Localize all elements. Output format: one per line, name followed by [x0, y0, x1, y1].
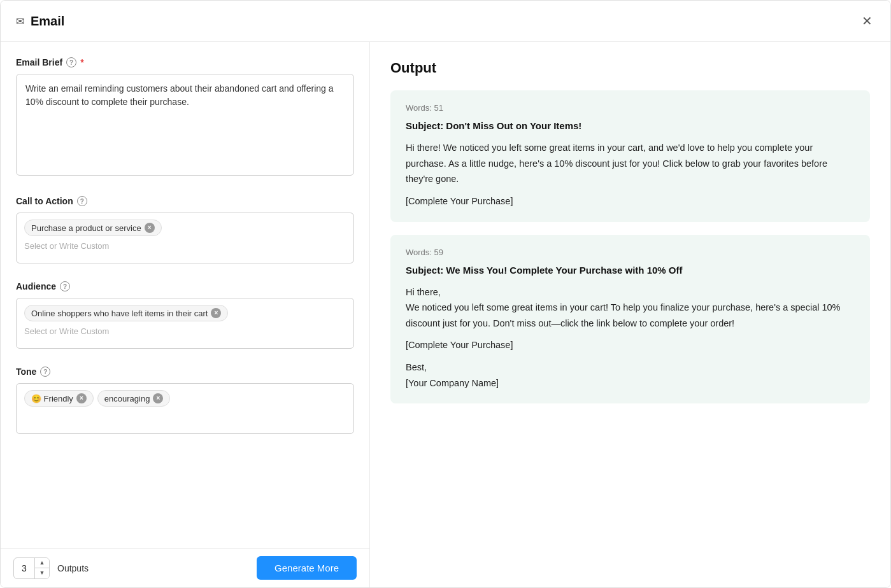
audience-help-icon[interactable]: ? [60, 281, 70, 291]
tag-audience-remove[interactable]: × [211, 308, 221, 318]
output-card-1-subject: Subject: Don't Miss Out on Your Items! [406, 120, 855, 131]
tone-label: Tone ? [16, 367, 354, 377]
output-card-2-words: Words: 59 [406, 248, 855, 257]
outputs-value: 3 [14, 559, 34, 577]
tone-tags: 😊 Friendly × encouraging × [24, 390, 346, 407]
email-brief-label: Email Brief ? * [16, 57, 354, 67]
stepper-buttons: ▲ ▼ [34, 558, 49, 578]
output-card-2-content: Hi there,We noticed you left some great … [406, 284, 855, 391]
tone-section: Tone ? 😊 Friendly × encouraging × [16, 367, 354, 434]
tag-encouraging-label: encouraging [104, 394, 150, 403]
call-to-action-section: Call to Action ? Purchase a product or s… [16, 196, 354, 263]
output-card-1-words: Words: 51 [406, 103, 855, 113]
modal-title: Email [31, 14, 859, 29]
output-card-1: Words: 51 Subject: Don't Miss Out on You… [390, 90, 870, 222]
audience-placeholder: Select or Write Custom [24, 326, 346, 336]
output-card-2-para-2: [Complete Your Purchase] [406, 337, 855, 353]
modal-body: Email Brief ? * Write an email reminding… [1, 42, 890, 587]
call-to-action-help-icon[interactable]: ? [77, 196, 87, 206]
audience-section: Audience ? Online shoppers who have left… [16, 281, 354, 349]
email-icon: ✉ [16, 15, 24, 27]
tag-friendly: 😊 Friendly × [24, 390, 94, 407]
stepper-up-button[interactable]: ▲ [35, 558, 49, 568]
tag-purchase: Purchase a product or service × [24, 220, 162, 236]
output-card-1-content: Hi there! We noticed you left some great… [406, 140, 855, 209]
tag-encouraging: encouraging × [97, 390, 171, 407]
output-title: Output [390, 60, 870, 76]
tag-purchase-label: Purchase a product or service [31, 223, 141, 233]
output-card-1-para-1: Hi there! We noticed you left some great… [406, 140, 855, 187]
call-to-action-tags: Purchase a product or service × [24, 220, 346, 236]
left-panel-content: Email Brief ? * Write an email reminding… [1, 42, 369, 548]
tone-input[interactable]: 😊 Friendly × encouraging × [16, 383, 354, 434]
call-to-action-label: Call to Action ? [16, 196, 354, 206]
call-to-action-input[interactable]: Purchase a product or service × Select o… [16, 213, 354, 263]
email-brief-textarea[interactable]: Write an email reminding customers about… [16, 74, 354, 176]
right-panel: Output Words: 51 Subject: Don't Miss Out… [370, 42, 890, 587]
output-card-1-para-2: [Complete Your Purchase] [406, 193, 855, 209]
email-modal: ✉ Email ✕ Email Brief ? * Write an email… [0, 0, 891, 588]
output-card-2-para-1: Hi there,We noticed you left some great … [406, 284, 855, 332]
outputs-label: Outputs [57, 563, 89, 573]
modal-header: ✉ Email ✕ [1, 1, 890, 42]
bottom-bar: 3 ▲ ▼ Outputs Generate More [1, 548, 369, 587]
audience-label: Audience ? [16, 281, 354, 291]
close-button[interactable]: ✕ [859, 12, 875, 30]
tone-help-icon[interactable]: ? [40, 367, 50, 377]
tag-audience: Online shoppers who have left items in t… [24, 305, 228, 321]
audience-input[interactable]: Online shoppers who have left items in t… [16, 298, 354, 349]
tag-purchase-remove[interactable]: × [145, 223, 155, 233]
email-brief-help-icon[interactable]: ? [66, 57, 76, 67]
tag-friendly-label: 😊 Friendly [31, 394, 73, 403]
stepper-down-button[interactable]: ▼ [35, 568, 49, 578]
output-card-2-para-3: Best,[Your Company Name] [406, 360, 855, 391]
tag-friendly-remove[interactable]: × [76, 393, 87, 403]
outputs-stepper[interactable]: 3 ▲ ▼ [13, 557, 50, 579]
tag-encouraging-remove[interactable]: × [153, 393, 163, 403]
audience-tags: Online shoppers who have left items in t… [24, 305, 346, 321]
generate-more-button[interactable]: Generate More [257, 556, 357, 580]
tag-audience-label: Online shoppers who have left items in t… [31, 309, 208, 318]
required-indicator: * [80, 57, 83, 67]
email-brief-section: Email Brief ? * Write an email reminding… [16, 57, 354, 178]
left-panel: Email Brief ? * Write an email reminding… [1, 42, 370, 587]
output-card-2-subject: Subject: We Miss You! Complete Your Purc… [406, 265, 855, 276]
output-card-2: Words: 59 Subject: We Miss You! Complete… [390, 235, 870, 404]
call-to-action-placeholder: Select or Write Custom [24, 241, 346, 251]
